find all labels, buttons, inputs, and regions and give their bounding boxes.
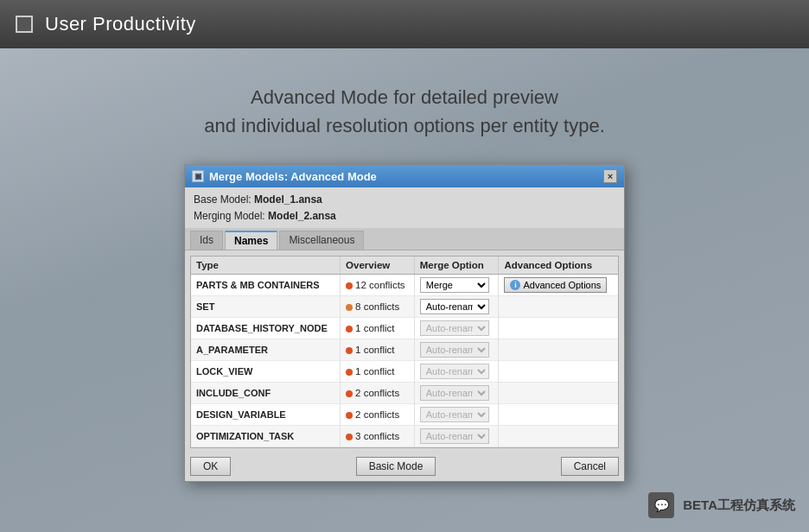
- merging-model-value: Model_2.ansa: [268, 210, 336, 222]
- dialog-title-text: Merge Models: Advanced Mode: [209, 170, 377, 183]
- advanced-options-button-0[interactable]: i Advanced Options: [504, 277, 607, 293]
- table-row: OPTIMIZATION_TASK3 conflictsAuto-renameS…: [191, 426, 618, 447]
- conflict-dot-4: [346, 369, 353, 376]
- cell-advanced-options-1: [499, 296, 618, 318]
- merge-select-1[interactable]: MergeAuto-renameSkip: [420, 299, 489, 314]
- dialog-titlebar: ▣ Merge Models: Advanced Mode ×: [185, 165, 624, 187]
- conflict-dot-0: [346, 282, 353, 289]
- cell-advanced-options-5: [499, 383, 618, 404]
- dialog-model-info: Base Model: Model_1.ansa Merging Model: …: [185, 187, 624, 228]
- cell-overview-1: 8 conflicts: [341, 296, 415, 318]
- conflict-dot-3: [346, 347, 353, 354]
- merge-select-4[interactable]: Auto-renameSkip: [420, 364, 489, 379]
- col-header-overview: Overview: [341, 256, 415, 275]
- cell-overview-0: 12 conflicts: [341, 275, 415, 296]
- cell-type-2: DATABASE_HISTORY_NODE: [191, 318, 341, 339]
- tab-ids[interactable]: Ids: [190, 231, 223, 250]
- cell-merge-option-2[interactable]: Auto-renameSkip: [414, 318, 499, 339]
- table-row: INCLUDE_CONF2 conflictsAuto-renameSkip: [191, 383, 618, 404]
- merge-select-3[interactable]: Auto-renameSkip: [420, 342, 489, 358]
- cell-advanced-options-2: [499, 318, 618, 339]
- merge-models-dialog: ▣ Merge Models: Advanced Mode × Base Mod…: [184, 164, 625, 482]
- cell-merge-option-6[interactable]: Auto-renameSkip: [414, 404, 499, 426]
- header-bar: User Productivity: [0, 0, 809, 48]
- cell-advanced-options-6: [499, 404, 618, 426]
- dialog-title-left: ▣ Merge Models: Advanced Mode: [192, 170, 377, 183]
- basic-mode-button[interactable]: Basic Mode: [356, 457, 436, 476]
- dialog-table-area: Type Overview Merge Option Advanced Opti…: [190, 256, 619, 448]
- cell-overview-4: 1 conflict: [341, 361, 415, 383]
- col-header-merge-option: Merge Option: [414, 256, 499, 275]
- cell-merge-option-7[interactable]: Auto-renameSkip: [414, 426, 499, 447]
- conflict-dot-5: [346, 390, 353, 397]
- cell-overview-7: 3 conflicts: [341, 426, 415, 447]
- base-model-value: Model_1.ansa: [254, 193, 322, 206]
- cell-advanced-options-4: [499, 361, 618, 383]
- cell-advanced-options-0[interactable]: i Advanced Options: [499, 275, 618, 296]
- dialog-app-icon: ▣: [192, 170, 204, 182]
- table-row: DATABASE_HISTORY_NODE1 conflictAuto-rena…: [191, 318, 618, 339]
- conflicts-table: Type Overview Merge Option Advanced Opti…: [191, 256, 618, 447]
- cell-merge-option-3[interactable]: Auto-renameSkip: [414, 339, 499, 361]
- main-content: Advanced Mode for detailed preview and i…: [0, 48, 809, 482]
- merging-model-row: Merging Model: Model_2.ansa: [194, 208, 615, 225]
- conflict-dot-2: [346, 326, 353, 332]
- cell-type-3: A_PARAMETER: [191, 339, 341, 361]
- cell-advanced-options-3: [499, 339, 618, 361]
- cell-type-4: LOCK_VIEW: [191, 361, 341, 383]
- table-header-row: Type Overview Merge Option Advanced Opti…: [191, 256, 618, 275]
- branding: 💬 BETA工程仿真系统: [648, 492, 795, 518]
- header-square-icon: [16, 16, 33, 33]
- merging-model-label: Merging Model:: [194, 210, 265, 222]
- footer-right: Cancel: [561, 457, 619, 476]
- branding-text: BETA工程仿真系统: [683, 497, 795, 514]
- merge-select-2[interactable]: Auto-renameSkip: [420, 320, 489, 336]
- cancel-button[interactable]: Cancel: [561, 457, 619, 476]
- base-model-label: Base Model:: [194, 193, 252, 206]
- table-row: SET8 conflictsMergeAuto-renameSkip: [191, 296, 618, 318]
- table-row: PARTS & MB CONTAINERS12 conflictsMergeAu…: [191, 275, 618, 296]
- cell-overview-5: 2 conflicts: [341, 383, 415, 404]
- cell-type-5: INCLUDE_CONF: [191, 383, 341, 404]
- merge-select-0[interactable]: MergeAuto-renameSkip: [420, 277, 489, 293]
- footer-left: OK: [190, 457, 231, 476]
- table-row: LOCK_VIEW1 conflictAuto-renameSkip: [191, 361, 618, 383]
- merge-select-7[interactable]: Auto-renameSkip: [420, 428, 489, 444]
- cell-merge-option-0[interactable]: MergeAuto-renameSkip: [414, 275, 499, 296]
- cell-overview-6: 2 conflicts: [341, 404, 415, 426]
- cell-type-1: SET: [191, 296, 341, 318]
- wechat-icon: 💬: [648, 492, 674, 518]
- cell-overview-3: 1 conflict: [341, 339, 415, 361]
- base-model-row: Base Model: Model_1.ansa: [194, 192, 615, 208]
- cell-overview-2: 1 conflict: [341, 318, 415, 339]
- footer-center: Basic Mode: [356, 457, 436, 476]
- dialog-tabs: Ids Names Miscellaneous: [185, 228, 624, 250]
- cell-merge-option-4[interactable]: Auto-renameSkip: [414, 361, 499, 383]
- table-row: A_PARAMETER1 conflictAuto-renameSkip: [191, 339, 618, 361]
- tab-names[interactable]: Names: [225, 231, 277, 250]
- merge-select-6[interactable]: Auto-renameSkip: [420, 407, 489, 422]
- ok-button[interactable]: OK: [190, 457, 231, 476]
- cell-type-0: PARTS & MB CONTAINERS: [191, 275, 341, 296]
- table-row: DESIGN_VARIABLE2 conflictsAuto-renameSki…: [191, 404, 618, 426]
- description-text: Advanced Mode for detailed preview and i…: [204, 83, 605, 140]
- col-header-type: Type: [191, 256, 341, 275]
- header-title: User Productivity: [45, 13, 196, 35]
- dialog-footer: OK Basic Mode Cancel: [185, 452, 624, 481]
- description-line1: Advanced Mode for detailed preview: [204, 83, 605, 111]
- cell-merge-option-5[interactable]: Auto-renameSkip: [414, 383, 499, 404]
- dialog-close-button[interactable]: ×: [603, 169, 617, 183]
- cell-advanced-options-7: [499, 426, 618, 447]
- merge-select-5[interactable]: Auto-renameSkip: [420, 385, 489, 401]
- col-header-advanced-options: Advanced Options: [499, 256, 618, 275]
- conflict-dot-1: [346, 304, 353, 311]
- description-line2: and individual resolution options per en…: [204, 111, 605, 140]
- tab-miscellaneous[interactable]: Miscellaneous: [279, 231, 364, 250]
- cell-merge-option-1[interactable]: MergeAuto-renameSkip: [414, 296, 499, 318]
- cell-type-7: OPTIMIZATION_TASK: [191, 426, 341, 447]
- conflict-dot-6: [346, 412, 353, 419]
- conflict-dot-7: [346, 434, 353, 440]
- cell-type-6: DESIGN_VARIABLE: [191, 404, 341, 426]
